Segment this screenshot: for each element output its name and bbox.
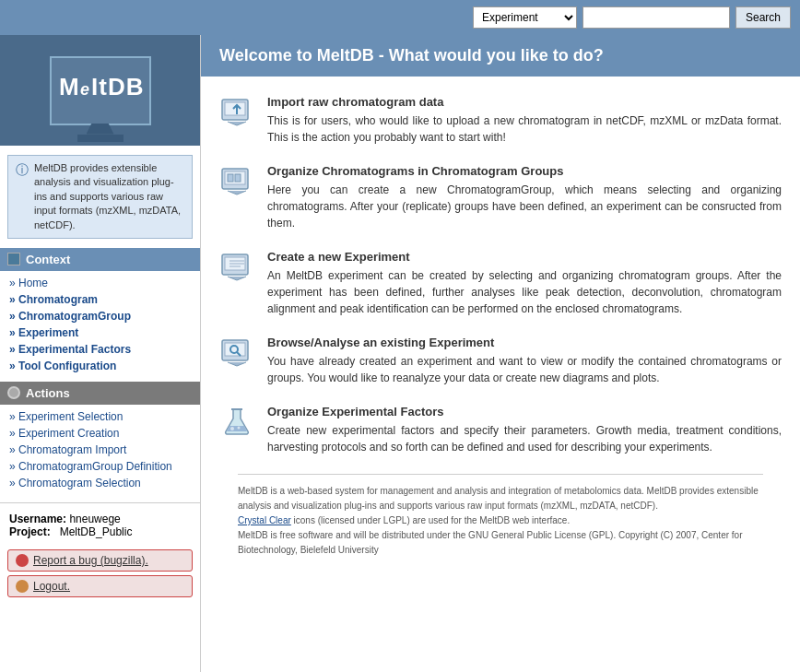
action-link-experiment-creation[interactable]: » Experiment Creation — [0, 425, 200, 442]
nav-item-home[interactable]: » Home — [0, 275, 200, 291]
logo-area: M e ItDB — [0, 35, 200, 146]
action-organize-title: Organize Chromatograms in Chromatogram G… — [267, 164, 782, 178]
factors-icon — [219, 405, 254, 440]
create-experiment-icon — [219, 250, 254, 285]
action-factors-desc: Create new experimental factors and spec… — [267, 422, 782, 455]
action-item-experiment-creation[interactable]: » Experiment Creation — [0, 425, 200, 442]
action-factors-title: Organize Experimental Factors — [267, 405, 782, 419]
svg-text:M: M — [59, 73, 80, 100]
sidebar: M e ItDB ⓘ MeltDB provides extensible an… — [0, 35, 201, 672]
svg-rect-8 — [235, 174, 241, 182]
nav-link-chromatogramgroup[interactable]: » ChromatogramGroup — [0, 308, 200, 324]
action-import-title: Import raw chromatogram data — [267, 95, 782, 109]
content-area: Import raw chromatogram data This is for… — [201, 86, 800, 576]
action-create-experiment: Create a new Experiment An MeltDB experi… — [219, 250, 782, 317]
action-create-experiment-title: Create a new Experiment — [267, 250, 782, 264]
gear-icon — [7, 386, 20, 399]
action-link-chromatogramgroup-def[interactable]: » ChromatogramGroup Definition — [0, 458, 200, 475]
action-item-chromatogram-selection[interactable]: » Chromatogram Selection — [0, 475, 200, 491]
info-text: MeltDB provides extensible analysis and … — [34, 161, 184, 232]
footer-text3: MeltDB is free software and will be dist… — [238, 528, 763, 558]
nav-item-tool-configuration[interactable]: » Tool Configuration — [0, 358, 200, 374]
user-info: Username: hneuwege Project: MeltDB_Publi… — [0, 502, 200, 544]
nav-link-chromatogram[interactable]: » Chromatogram — [0, 291, 200, 308]
bug-report-button[interactable]: Report a bug (bugzilla). — [7, 549, 193, 572]
info-icon: ⓘ — [16, 162, 29, 179]
footer: MeltDB is a web-based system for managem… — [238, 474, 763, 558]
sidebar-bottom: Report a bug (bugzilla). Logout. — [0, 544, 200, 603]
actions-label: Actions — [26, 386, 70, 400]
svg-text:ItDB: ItDB — [91, 73, 144, 100]
username-value: hneuwege — [69, 513, 120, 525]
action-item-chromatogramgroup-def[interactable]: » ChromatogramGroup Definition — [0, 458, 200, 475]
svg-rect-4 — [225, 102, 245, 115]
logout-button[interactable]: Logout. — [7, 575, 193, 597]
action-import: Import raw chromatogram data This is for… — [219, 95, 782, 146]
nav-link-home[interactable]: » Home — [0, 275, 200, 291]
nav-item-chromatogram[interactable]: » Chromatogram — [0, 291, 200, 308]
search-type-select[interactable]: Experiment Chromatogram Project — [473, 6, 577, 29]
action-import-desc: This is for users, who would like to upl… — [267, 112, 782, 146]
context-label: Context — [26, 253, 70, 266]
browse-icon — [219, 336, 254, 371]
action-create-experiment-content: Create a new Experiment An MeltDB experi… — [267, 250, 782, 317]
action-item-chromatogram-import[interactable]: » Chromatogram Import — [0, 442, 200, 458]
search-button[interactable]: Search — [735, 6, 791, 29]
info-box: ⓘ MeltDB provides extensible analysis an… — [7, 155, 193, 239]
project-value: MeltDB_Public — [60, 525, 133, 538]
action-browse-content: Browse/Analyse an existing Experiment Yo… — [267, 336, 782, 386]
action-import-content: Import raw chromatogram data This is for… — [267, 95, 782, 146]
actions-section-header: Actions — [0, 382, 200, 405]
footer-icons-text: icons (licensed under LGPL) are used for… — [294, 515, 571, 525]
svg-point-19 — [230, 427, 234, 430]
nav-link-experiment[interactable]: » Experiment — [0, 324, 200, 341]
logo-box: M e ItDB — [50, 56, 151, 125]
action-link-chromatogram-import[interactable]: » Chromatogram Import — [0, 442, 200, 458]
welcome-header: Welcome to MeltDB - What would you like … — [201, 35, 800, 77]
action-organize-content: Organize Chromatograms in Chromatogram G… — [267, 164, 782, 231]
action-factors: Organize Experimental Factors Create new… — [219, 405, 782, 455]
project-label: Project: — [9, 525, 51, 538]
action-browse-desc: You have already created an experiment a… — [267, 353, 782, 386]
username-label: Username: — [9, 513, 66, 525]
bug-report-label: Report a bug (bugzilla). — [33, 554, 148, 567]
actions-nav: » Experiment Selection » Experiment Crea… — [0, 405, 200, 495]
svg-text:e: e — [80, 80, 90, 99]
welcome-title: Welcome to MeltDB - What would you like … — [219, 46, 604, 65]
context-icon — [7, 253, 20, 265]
svg-point-20 — [238, 427, 241, 430]
nav-link-tool-configuration[interactable]: » Tool Configuration — [0, 358, 200, 374]
import-icon — [219, 95, 254, 130]
layout: M e ItDB ⓘ MeltDB provides extensible an… — [0, 35, 800, 672]
nav-link-experimental-factors[interactable]: » Experimental Factors — [0, 341, 200, 358]
logout-label: Logout. — [33, 580, 70, 593]
footer-crystalclear-link[interactable]: Crystal Clear — [238, 515, 291, 525]
main-content: Welcome to MeltDB - What would you like … — [201, 35, 800, 672]
action-item-experiment-selection[interactable]: » Experiment Selection — [0, 408, 200, 425]
action-link-experiment-selection[interactable]: » Experiment Selection — [0, 408, 200, 425]
svg-rect-15 — [225, 343, 245, 356]
nav-item-experiment[interactable]: » Experiment — [0, 324, 200, 341]
action-browse-title: Browse/Analyse an existing Experiment — [267, 336, 782, 349]
nav-item-chromatogramgroup[interactable]: » ChromatogramGroup — [0, 308, 200, 324]
logo-text: M e ItDB — [54, 63, 147, 119]
action-link-chromatogram-selection[interactable]: » Chromatogram Selection — [0, 475, 200, 491]
footer-text1: MeltDB is a web-based system for managem… — [238, 484, 763, 513]
nav-item-experimental-factors[interactable]: » Experimental Factors — [0, 341, 200, 358]
context-nav: » Home » Chromatogram » ChromatogramGrou… — [0, 271, 200, 378]
logout-icon — [16, 580, 29, 593]
svg-rect-7 — [228, 174, 233, 182]
action-organize-desc: Here you can create a new ChromatogramGr… — [267, 182, 782, 231]
organize-icon — [219, 164, 254, 199]
action-create-experiment-desc: An MeltDB experiment can be created by s… — [267, 267, 782, 317]
context-section-header: Context — [0, 248, 200, 271]
bug-icon — [16, 554, 29, 567]
search-input[interactable] — [582, 6, 730, 29]
top-bar: Experiment Chromatogram Project Search — [0, 0, 800, 35]
action-browse: Browse/Analyse an existing Experiment Yo… — [219, 336, 782, 386]
action-organize: Organize Chromatograms in Chromatogram G… — [219, 164, 782, 231]
footer-text2: Crystal Clear icons (licensed under LGPL… — [238, 513, 763, 528]
action-factors-content: Organize Experimental Factors Create new… — [267, 405, 782, 455]
